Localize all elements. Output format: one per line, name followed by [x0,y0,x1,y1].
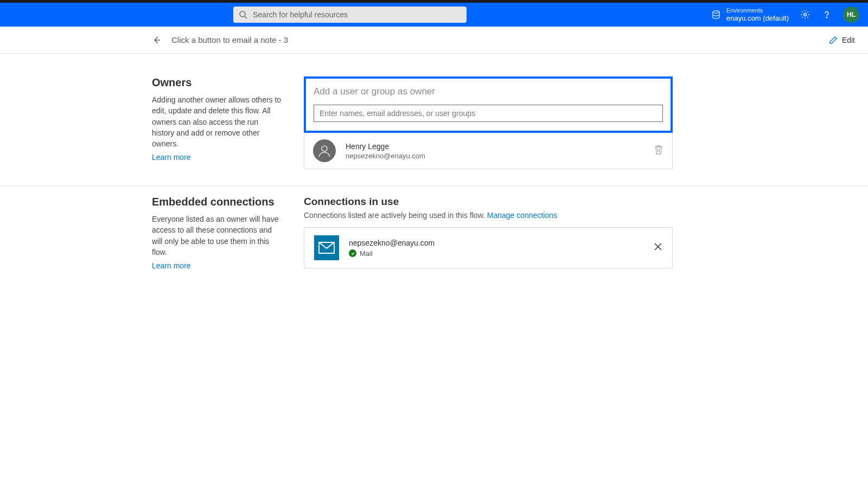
svg-point-4 [826,17,827,18]
search-icon [239,10,247,19]
edit-button[interactable]: Edit [829,36,855,44]
remove-owner-button[interactable] [654,144,663,157]
connections-heading: Connections in use [304,196,673,208]
env-label: Environments [726,7,789,14]
person-icon [317,144,331,158]
svg-point-5 [322,146,327,151]
page-title: Click a button to email a note - 3 [171,35,288,44]
remove-connection-button[interactable] [654,242,662,253]
owner-avatar [313,139,336,162]
connections-learn-more-link[interactable]: Learn more [152,261,191,270]
add-owner-panel: Add a user or group as owner [304,76,673,133]
connections-section: Embedded connections Everyone listed as … [0,186,868,287]
manage-connections-link[interactable]: Manage connections [487,211,557,220]
status-ok-icon [349,249,356,257]
global-search[interactable]: Search for helpful resources [233,7,467,23]
environment-picker[interactable]: Environments enayu.com (default) [711,7,789,23]
add-owner-title: Add a user or group as owner [314,86,663,97]
close-icon [654,242,662,251]
connections-left-description: Everyone listed as an owner will have ac… [152,214,282,258]
connection-status: Mail [349,249,435,258]
gear-icon [800,10,810,20]
svg-point-3 [804,14,807,16]
connections-subtitle: Connections listed are actively being us… [304,211,673,220]
page-subheader: Click a button to email a note - 3 Edit [0,27,868,54]
svg-point-0 [240,11,245,17]
owners-heading: Owners [152,76,282,89]
owners-learn-more-link[interactable]: Learn more [152,153,191,162]
user-avatar[interactable]: HL [843,7,859,23]
database-icon [711,10,721,20]
connection-row: nepsezekno@enayu.com Mail [304,227,673,268]
mail-icon [318,242,335,254]
svg-line-1 [245,16,247,18]
settings-button[interactable] [800,9,810,20]
pencil-icon [829,36,838,44]
connection-email: nepsezekno@enayu.com [349,239,435,247]
svg-point-2 [713,11,719,13]
connection-service-icon [314,235,339,260]
help-icon [822,10,832,20]
trash-icon [654,144,663,155]
owner-row: Henry Legge nepsezekno@enayu.com [304,133,673,169]
search-placeholder: Search for helpful resources [253,10,348,19]
arrow-left-icon [152,35,162,45]
connections-left-heading: Embedded connections [152,196,282,208]
owners-section: Owners Adding another owner allows other… [0,67,868,186]
add-owner-input[interactable] [314,105,663,122]
owner-email: nepsezekno@enayu.com [346,152,425,160]
owners-description: Adding another owner allows others to ed… [152,94,282,149]
owner-name: Henry Legge [346,142,425,151]
help-button[interactable] [821,9,832,20]
env-name: enayu.com (default) [726,14,789,23]
back-button[interactable] [152,35,162,45]
app-header: Search for helpful resources Environment… [0,3,868,27]
